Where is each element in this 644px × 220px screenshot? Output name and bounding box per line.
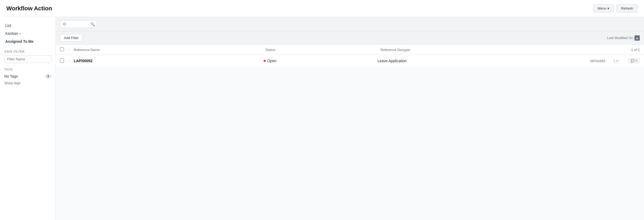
table-header-row: ♡ Reference Name Status Reference Doctyp… bbox=[56, 45, 644, 55]
sidebar-item-list[interactable]: List bbox=[4, 22, 51, 29]
last-modified-text: Last Modified On bbox=[607, 36, 633, 40]
header-ref-doctype: Reference Doctype bbox=[381, 48, 534, 52]
row-ref-name-col: LAP/00052 bbox=[74, 59, 264, 63]
row-time-col: 1 m bbox=[605, 59, 619, 63]
table-row: ♡ LAP/00052 Open Leave Application WFA04… bbox=[56, 55, 644, 67]
ref-name-link[interactable]: LAP/00052 bbox=[74, 59, 93, 63]
header-checkbox[interactable] bbox=[60, 47, 64, 51]
filter-bar: 🔍 bbox=[56, 17, 644, 31]
tags-section-label: TAGS bbox=[4, 68, 51, 71]
sidebar-item-kanban-label: Kanban bbox=[5, 31, 18, 36]
refresh-label: Refresh bbox=[621, 6, 633, 10]
wfa-id-label: WFA0483 bbox=[590, 59, 605, 63]
menu-button[interactable]: Menu ▾ bbox=[593, 4, 614, 12]
data-table: ♡ Reference Name Status Reference Doctyp… bbox=[56, 45, 644, 67]
comment-icon: 💬 bbox=[631, 59, 635, 63]
header-ref-name: Reference Name bbox=[74, 48, 266, 52]
row-ref-doctype-col: Leave Application bbox=[377, 59, 529, 63]
no-tags-count: 1 bbox=[45, 74, 51, 78]
row-heart-icon[interactable]: ♡ bbox=[67, 59, 71, 63]
sidebar-item-assigned-label: Assigned To Me bbox=[5, 39, 33, 44]
content-area: 🔍 Add Filter Last Modified On ▲ ♡ bbox=[56, 17, 644, 220]
header-status: Status bbox=[266, 48, 381, 52]
menu-label: Menu bbox=[598, 6, 606, 10]
search-icon: 🔍 bbox=[90, 22, 95, 26]
row-checkbox[interactable] bbox=[60, 58, 64, 62]
search-button[interactable]: 🔍 bbox=[90, 22, 95, 26]
kanban-chevron-icon: ▾ bbox=[19, 32, 21, 35]
row-actions-col: 💬 0 bbox=[619, 58, 640, 64]
no-tags-label: No Tags bbox=[4, 74, 18, 78]
tags-section: TAGS No Tags 1 Show tags bbox=[4, 68, 51, 85]
comment-count: 0 bbox=[636, 59, 637, 63]
sidebar-item-kanban[interactable]: Kanban ▾ bbox=[4, 30, 51, 37]
last-modified-sort[interactable]: Last Modified On ▲ bbox=[607, 35, 640, 41]
main-layout: List Kanban ▾ Assigned To Me SAVE FILTER… bbox=[0, 17, 644, 220]
save-filter-section-label: SAVE FILTER bbox=[4, 50, 51, 53]
sidebar-item-list-label: List bbox=[5, 23, 11, 28]
header-checkbox-col bbox=[60, 47, 67, 52]
filter-name-input[interactable] bbox=[4, 55, 51, 63]
row-wfa-col: WFA0483 bbox=[529, 59, 605, 63]
status-label: Open bbox=[267, 59, 276, 63]
row-status-col: Open bbox=[264, 59, 377, 63]
heart-header-icon: ♡ bbox=[67, 48, 71, 52]
header-heart-col: ♡ bbox=[67, 48, 74, 52]
comment-button[interactable]: 💬 0 bbox=[628, 58, 640, 64]
sidebar: List Kanban ▾ Assigned To Me SAVE FILTER… bbox=[0, 17, 56, 220]
menu-chevron-icon: ▾ bbox=[607, 6, 609, 10]
add-filter-label: Add Filter bbox=[64, 36, 79, 40]
row-checkbox-col bbox=[60, 58, 67, 63]
add-filter-button[interactable]: Add Filter bbox=[60, 34, 83, 42]
show-tags-link[interactable]: Show tags bbox=[4, 81, 51, 85]
refresh-button[interactable]: Refresh bbox=[616, 4, 638, 12]
id-search-wrap: 🔍 bbox=[60, 20, 97, 28]
page-header: Workflow Action Menu ▾ Refresh bbox=[0, 0, 644, 17]
sidebar-item-assigned-to-me[interactable]: Assigned To Me bbox=[4, 38, 51, 45]
no-tags-row: No Tags 1 bbox=[4, 73, 51, 79]
sort-arrow-icon: ▲ bbox=[634, 35, 640, 41]
status-dot-icon bbox=[264, 60, 266, 62]
header-count: 1 of 1 bbox=[624, 48, 640, 52]
row-heart-col[interactable]: ♡ bbox=[67, 59, 74, 63]
header-actions: Menu ▾ Refresh bbox=[593, 4, 638, 12]
page-title: Workflow Action bbox=[6, 5, 52, 12]
action-bar: Add Filter Last Modified On ▲ bbox=[56, 31, 644, 45]
